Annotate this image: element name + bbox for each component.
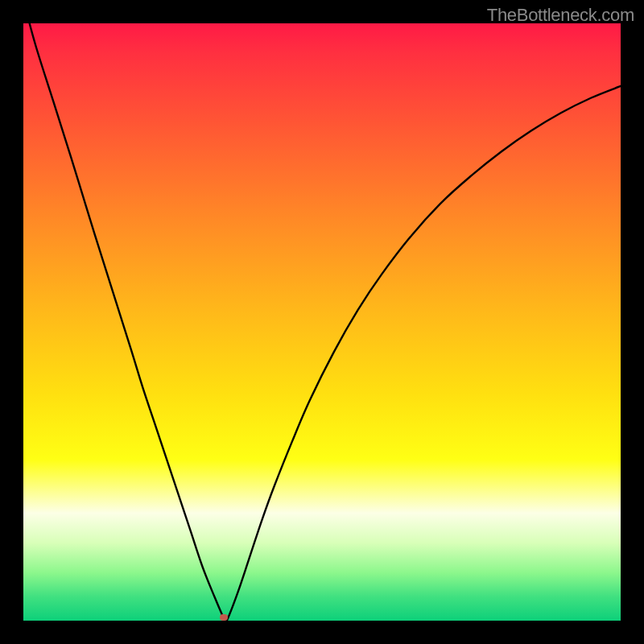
watermark-text: TheBottleneck.com <box>487 5 634 26</box>
chart-frame: TheBottleneck.com <box>0 0 644 644</box>
bottleneck-curve <box>23 23 621 621</box>
plot-area <box>23 23 621 621</box>
svg-rect-0 <box>220 614 228 621</box>
min-marker-icon <box>217 613 230 621</box>
